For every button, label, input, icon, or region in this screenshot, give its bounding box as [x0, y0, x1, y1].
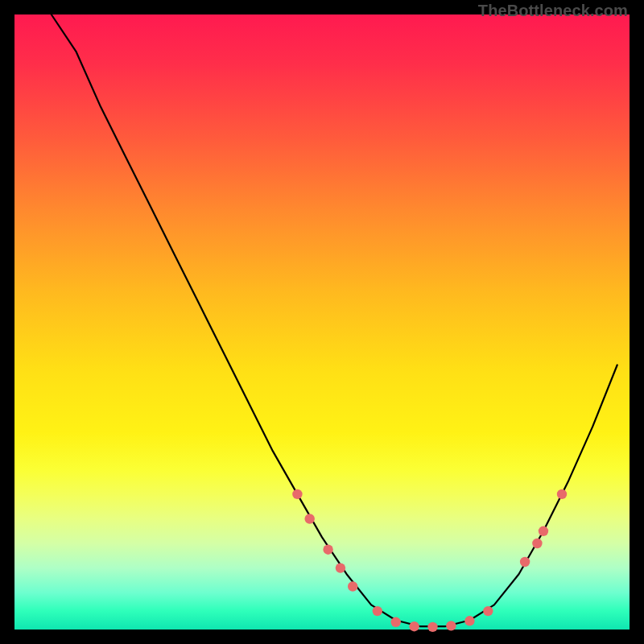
chart-container: TheBottleneck.com [0, 0, 644, 644]
data-point [409, 621, 419, 631]
watermark-label: TheBottleneck.com [478, 2, 628, 20]
data-point [532, 539, 542, 548]
data-point [292, 489, 302, 499]
data-point [464, 616, 474, 625]
bottleneck-curve [52, 14, 617, 626]
data-point [427, 622, 437, 632]
data-point [539, 526, 548, 536]
data-point [446, 621, 456, 630]
data-point [520, 557, 530, 567]
data-points-group [292, 489, 567, 632]
data-point [348, 581, 357, 591]
data-point [373, 606, 382, 616]
data-point [323, 545, 332, 555]
data-point [557, 489, 567, 499]
data-point [391, 617, 401, 627]
chart-svg [14, 14, 630, 630]
data-point [336, 563, 345, 572]
plot-area [14, 14, 630, 630]
data-point [483, 606, 493, 616]
data-point [305, 514, 315, 523]
